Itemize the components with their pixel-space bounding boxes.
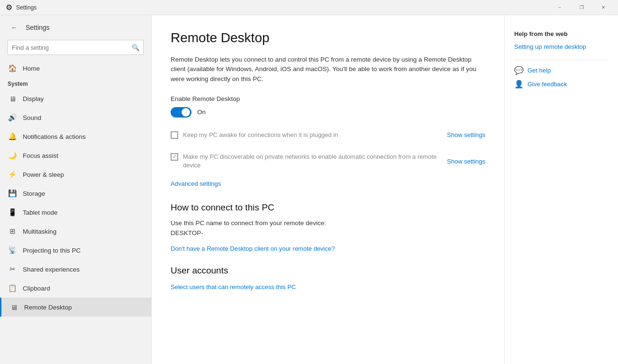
storage-icon: 💾 [8,189,17,198]
multitasking-icon: ⊞ [8,227,17,236]
tablet-label: Tablet mode [23,209,58,216]
no-client-link[interactable]: Don't have a Remote Desktop client on yo… [171,245,335,252]
get-help-icon: 💬 [514,66,524,75]
user-accounts-title: User accounts [171,265,485,276]
advanced-settings-link[interactable]: Advanced settings [171,180,221,187]
settings-icon: ⚙ [6,3,12,12]
focus-label: Focus assist [23,152,58,159]
power-label: Power & sleep [23,171,64,178]
select-users-link[interactable]: Select users that can remotely access th… [171,283,296,291]
remote-label: Remote Desktop [24,304,72,311]
clipboard-icon: 📋 [8,284,17,292]
notifications-icon: 🔔 [8,132,17,141]
sidebar-item-projecting[interactable]: 📡 Projecting to this PC [0,241,151,260]
option1-text: Keep my PC awake for connections when it… [183,131,438,139]
show-settings-link-1[interactable]: Show settings [443,131,485,138]
titlebar-title: Settings [16,4,36,11]
minimize-button[interactable]: − [549,0,571,15]
content-inner: Remote Desktop Remote Desktop lets you c… [171,30,485,291]
sound-label: Sound [23,114,41,121]
option2-text: Make my PC discoverable on private netwo… [183,153,438,170]
page-description: Remote Desktop lets you connect to and c… [171,55,485,84]
right-panel: Help from the web Setting up remote desk… [504,15,618,364]
sidebar-item-sound[interactable]: 🔊 Sound [0,108,151,127]
show-settings-link-2[interactable]: Show settings [443,158,485,165]
sidebar-item-power[interactable]: ⚡ Power & sleep [0,165,151,184]
settings-title: Settings [26,24,50,31]
power-icon: ⚡ [8,170,17,179]
enable-label: Enable Remote Desktop [171,95,485,102]
projecting-label: Projecting to this PC [23,247,81,254]
get-help-action[interactable]: 💬 Get help [514,66,609,75]
sidebar-item-display[interactable]: 🖥 Display [0,89,151,108]
give-feedback-action[interactable]: 👤 Give feedback [514,80,609,89]
main-container: ← Settings 🔍 🏠 Home System 🖥 Display 🔊 S… [0,15,618,364]
option1-checkbox[interactable] [171,131,178,139]
close-button[interactable]: ✕ [592,0,614,15]
feedback-label: Give feedback [527,81,567,88]
page-title: Remote Desktop [171,30,485,46]
home-icon: 🏠 [8,64,17,73]
sound-icon: 🔊 [8,113,17,122]
divider [514,60,609,60]
enable-remote-toggle[interactable] [171,107,191,118]
sidebar-item-storage[interactable]: 💾 Storage [0,184,151,203]
system-section-label: System [0,78,151,89]
shared-icon: ✂ [8,265,17,273]
search-input[interactable] [8,44,128,51]
toggle-state-label: On [197,109,206,116]
home-label: Home [23,65,40,72]
get-help-label: Get help [527,67,551,74]
shared-label: Shared experiences [23,266,80,273]
sidebar-item-shared[interactable]: ✂ Shared experiences [0,260,151,279]
storage-label: Storage [23,190,45,197]
sidebar: ← Settings 🔍 🏠 Home System 🖥 Display 🔊 S… [0,15,152,364]
option-row-2: Make my PC discoverable on private netwo… [171,149,485,173]
how-to-title: How to connect to this PC [171,202,485,213]
sidebar-header: ← Settings [0,15,151,38]
sidebar-item-remote[interactable]: 🖥 Remote Desktop [0,298,151,317]
display-icon: 🖥 [8,95,17,103]
feedback-icon: 👤 [514,80,524,89]
sidebar-item-focus[interactable]: 🌙 Focus assist [0,146,151,165]
sidebar-item-tablet[interactable]: 📱 Tablet mode [0,203,151,222]
maximize-button[interactable]: ❐ [571,0,592,15]
option-row-1: Keep my PC awake for connections when it… [171,127,485,143]
sidebar-item-home[interactable]: 🏠 Home [0,59,151,78]
focus-icon: 🌙 [8,151,17,160]
help-title: Help from the web [514,30,609,37]
sidebar-item-notifications[interactable]: 🔔 Notifications & actions [0,127,151,146]
search-icon-button[interactable]: 🔍 [128,40,143,55]
projecting-icon: 📡 [8,246,17,255]
content-area: Remote Desktop Remote Desktop lets you c… [152,15,504,364]
display-label: Display [23,95,44,102]
titlebar: ⚙ Settings − ❐ ✕ [0,0,618,15]
sidebar-item-multitasking[interactable]: ⊞ Multitasking [0,222,151,241]
multitasking-label: Multitasking [23,228,56,235]
titlebar-left: ⚙ Settings [6,3,36,12]
option2-checkbox[interactable] [171,153,178,161]
setup-remote-link[interactable]: Setting up remote desktop [514,43,609,50]
toggle-row: On [171,107,485,118]
search-box: 🔍 [8,40,144,55]
titlebar-controls: − ❐ ✕ [549,0,614,15]
sidebar-item-clipboard[interactable]: 📋 Clipboard [0,279,151,298]
tablet-icon: 📱 [8,208,17,217]
connect-desc: Use this PC name to connect from your re… [171,219,485,227]
remote-icon: 🖥 [9,303,18,311]
pc-name: DESKTOP- [171,229,485,237]
back-button[interactable]: ← [8,21,21,34]
clipboard-label: Clipboard [23,285,50,292]
notifications-label: Notifications & actions [23,133,86,140]
